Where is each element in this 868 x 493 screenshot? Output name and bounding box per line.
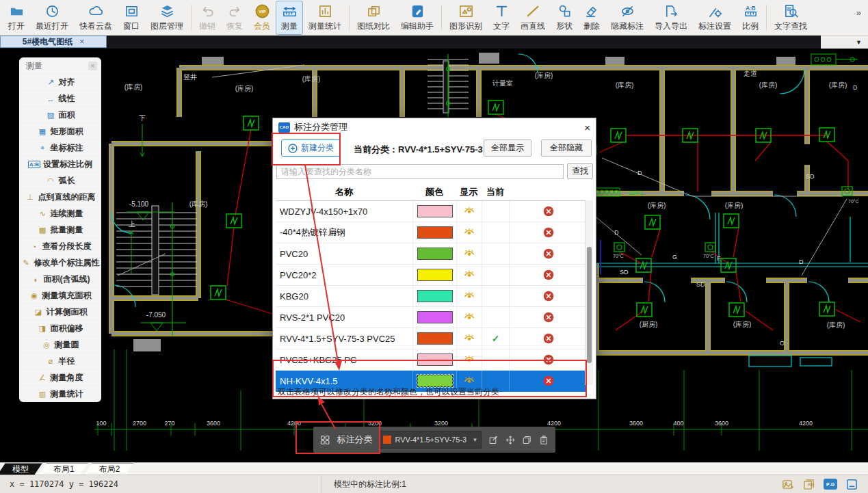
table-scrollbar[interactable]: [585, 200, 593, 385]
window-button[interactable]: 窗口: [118, 1, 145, 35]
undo-button[interactable]: 撤销: [194, 1, 221, 35]
cloud-drive-button[interactable]: 快看云盘: [74, 1, 118, 35]
table-row[interactable]: RVS-2*1 PVC20: [276, 307, 587, 328]
tab-close-icon[interactable]: ×: [79, 37, 84, 46]
eye-icon[interactable]: [464, 271, 475, 279]
delete-x-icon[interactable]: [543, 375, 554, 386]
tool-area-with-arc[interactable]: ◗面积(含弧线): [19, 271, 101, 287]
delete-x-icon[interactable]: [543, 227, 554, 238]
eye-icon[interactable]: [464, 377, 475, 385]
shape-recognition-button[interactable]: 图形识别: [444, 1, 488, 35]
tool-radius[interactable]: ⌀半径: [19, 353, 101, 369]
tool-modify-annotation[interactable]: ✎修改单个标注属性: [19, 254, 101, 271]
category-dropdown[interactable]: RVV-4*1.5+SYV-75-3 1 ▼: [379, 431, 482, 449]
hide-annotation-button[interactable]: 隐藏标注: [605, 1, 649, 35]
hide-all-button[interactable]: 全部隐藏: [541, 139, 592, 157]
eye-icon[interactable]: [464, 228, 475, 237]
table-row[interactable]: PVC20: [276, 243, 587, 265]
measure-button[interactable]: 测量: [276, 1, 303, 35]
tool-area-offset[interactable]: ◨面积偏移: [19, 320, 101, 336]
category-grid-icon[interactable]: [320, 434, 330, 447]
open-button[interactable]: 打开: [3, 1, 30, 35]
measure-stats-button[interactable]: 测量统计: [303, 1, 347, 35]
eye-icon[interactable]: [464, 313, 475, 321]
color-swatch[interactable]: [417, 375, 453, 387]
tool-batch-measure[interactable]: ▩批量测量: [19, 222, 101, 238]
scrollbar-thumb[interactable]: [587, 247, 592, 363]
color-swatch[interactable]: [417, 205, 453, 217]
layer-manager-button[interactable]: 图层管理: [145, 1, 189, 35]
delete-button[interactable]: 删除: [578, 1, 605, 35]
text-search-button[interactable]: 文字查找: [769, 1, 813, 35]
tool-measure-stats[interactable]: ▥测量统计: [19, 386, 101, 402]
delete-x-icon[interactable]: [543, 291, 554, 302]
table-row[interactable]: WDZYJV-4x150+1x70: [276, 201, 587, 222]
paste-icon[interactable]: [539, 434, 549, 447]
tool-align[interactable]: ↗对齐: [19, 74, 101, 90]
draw-line-button[interactable]: 画直线: [515, 1, 551, 35]
window-minimize-icon[interactable]: [845, 478, 858, 491]
eye-icon[interactable]: [464, 250, 475, 258]
tool-continuous-measure[interactable]: ∿连续测量: [19, 205, 101, 222]
category-toolbar-label[interactable]: 标注分类: [337, 434, 372, 446]
tool-measure-angle[interactable]: ∠测量角度: [19, 369, 101, 386]
tool-coordinate[interactable]: ⌖坐标标注: [19, 139, 101, 156]
text-button[interactable]: 文字: [488, 1, 515, 35]
annotation-settings-button[interactable]: 标注设置: [693, 1, 737, 35]
show-all-button[interactable]: 全部显示: [484, 139, 531, 157]
tool-fill-area[interactable]: ◉测量填充面积: [19, 287, 101, 304]
table-row[interactable]: PVC20*2: [276, 265, 587, 286]
export-pdf-icon[interactable]: PDF: [802, 478, 815, 491]
table-row[interactable]: PVC25+KBG25 PC: [276, 349, 587, 371]
tool-side-area[interactable]: ◪计算侧面积: [19, 304, 101, 320]
delete-x-icon[interactable]: [543, 333, 554, 344]
recent-open-button[interactable]: 最近打开: [30, 1, 74, 35]
tab-bar-dropdown[interactable]: ▼: [821, 36, 868, 49]
tool-scale-setting[interactable]: A:B设置标注比例: [19, 156, 101, 172]
color-swatch[interactable]: [417, 290, 453, 302]
table-row-current[interactable]: RVV-4*1.5+SYV-75-3 PVC25 ✓: [276, 328, 587, 349]
panel-close-icon[interactable]: ×: [88, 62, 97, 70]
eye-icon[interactable]: [464, 207, 475, 215]
tool-arc-length[interactable]: ◠弧长: [19, 172, 101, 189]
eye-icon[interactable]: [464, 334, 475, 343]
color-swatch[interactable]: [417, 332, 453, 345]
shapes-button[interactable]: 形状: [551, 1, 578, 35]
edit-icon[interactable]: [488, 434, 498, 447]
table-row[interactable]: KBG20: [276, 286, 587, 307]
new-category-button[interactable]: 新建分类: [281, 139, 341, 157]
tab-layout1[interactable]: 布局1: [38, 463, 90, 475]
eye-icon[interactable]: [464, 356, 475, 364]
tab-model[interactable]: 模型: [0, 463, 44, 475]
drawing-compare-button[interactable]: 图纸对比: [352, 1, 395, 35]
tool-measure-circle[interactable]: ◎测量圆: [19, 336, 101, 353]
edit-assistant-button[interactable]: 编辑助手: [395, 1, 439, 35]
color-swatch[interactable]: [417, 248, 453, 260]
delete-x-icon[interactable]: [543, 312, 554, 323]
tool-linear[interactable]: ↔线性: [19, 90, 101, 107]
tool-point-line-distance[interactable]: ⊥点到直线的距离: [19, 189, 101, 205]
move-icon[interactable]: [505, 434, 515, 447]
tab-layout2[interactable]: 布局2: [84, 463, 135, 475]
import-export-button[interactable]: 导入导出: [649, 1, 693, 35]
copy-icon[interactable]: [522, 434, 531, 447]
delete-x-icon[interactable]: [543, 269, 554, 280]
document-tab[interactable]: 5#楼电气图纸 ×: [0, 36, 107, 48]
category-search-input[interactable]: [276, 164, 564, 179]
toolbar-overflow-button[interactable]: »: [856, 8, 868, 27]
color-swatch[interactable]: [417, 269, 453, 281]
tool-segment-length[interactable]: ◔查看分段长度: [19, 238, 101, 254]
redo-button[interactable]: 恢复: [221, 1, 248, 35]
delete-x-icon[interactable]: [543, 354, 554, 365]
search-button[interactable]: 查找: [567, 163, 593, 179]
delete-x-icon[interactable]: [543, 206, 554, 217]
tool-rect-area[interactable]: ▦矩形面积: [19, 123, 101, 139]
export-image-icon[interactable]: [781, 478, 794, 491]
p-to-d-icon[interactable]: P-D: [824, 479, 837, 490]
eye-icon[interactable]: [464, 292, 475, 300]
color-swatch[interactable]: [417, 311, 453, 323]
color-swatch[interactable]: [417, 354, 453, 366]
tool-area[interactable]: ▨面积: [19, 107, 101, 123]
delete-x-icon[interactable]: [543, 248, 554, 259]
table-row[interactable]: -40*4热镀锌扁钢: [276, 222, 587, 243]
